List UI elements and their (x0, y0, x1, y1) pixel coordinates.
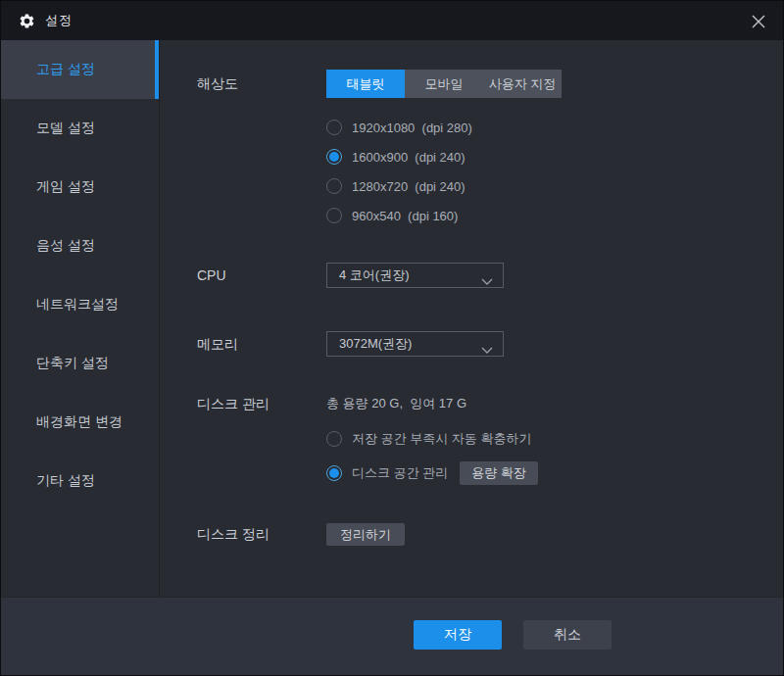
footer-bar: 저장 취소 (1, 597, 783, 676)
radio-auto-expand-storage[interactable]: 저장 공간 부족시 자동 확충하기 (326, 429, 531, 449)
tab-mobile[interactable]: 모바일 (405, 70, 483, 98)
cpu-select[interactable]: 4 코어(권장) (326, 263, 504, 288)
radio-label: 960x540 (dpi 160) (352, 209, 458, 223)
sidebar-item-other-settings[interactable]: 기타 설정 (1, 452, 159, 510)
disk-management-label: 디스크 관리 (197, 395, 270, 412)
expand-capacity-button[interactable]: 용량 확장 (460, 461, 538, 485)
save-button[interactable]: 저장 (414, 620, 502, 650)
sidebar-item-voice-settings[interactable]: 음성 설정 (1, 217, 159, 275)
radio-icon (326, 431, 342, 447)
resolution-label: 해상도 (197, 70, 238, 98)
sidebar: 고급 설정 모델 설정 게임 설정 음성 설정 네트워크설정 단축키 설정 배경… (1, 40, 160, 597)
resolution-options: 1920x1080 (dpi 280) 1600x900 (dpi 240) 1… (326, 113, 472, 230)
chevron-down-icon (481, 272, 493, 290)
radio-label: 1600x900 (dpi 240) (352, 150, 466, 165)
gear-icon (19, 13, 35, 29)
radio-label: 1280x720 (dpi 240) (352, 179, 466, 194)
radio-icon (326, 178, 342, 194)
tab-custom[interactable]: 사용자 지정 (483, 70, 562, 98)
sidebar-item-wallpaper-settings[interactable]: 배경화면 변경 (1, 393, 159, 452)
advanced-settings-panel: 해상도 태블릿 모바일 사용자 지정 1920x1080 (dpi 280) 1… (160, 40, 783, 597)
sidebar-item-network-settings[interactable]: 네트워크설정 (1, 275, 159, 334)
sidebar-item-model-settings[interactable]: 모델 설정 (1, 99, 159, 158)
sidebar-item-game-settings[interactable]: 게임 설정 (1, 158, 159, 217)
radio-960x540[interactable]: 960x540 (dpi 160) (326, 201, 472, 230)
memory-label: 메모리 (197, 331, 238, 357)
disk-cleanup-label: 디스크 정리 (197, 523, 270, 546)
radio-1920x1080[interactable]: 1920x1080 (dpi 280) (326, 113, 472, 142)
cleanup-button[interactable]: 정리하기 (326, 523, 405, 546)
radio-disk-space-management[interactable]: 디스크 공간 관리 용량 확장 (326, 461, 538, 485)
radio-icon (326, 208, 342, 223)
chevron-down-icon (481, 341, 493, 359)
radio-1600x900[interactable]: 1600x900 (dpi 240) (326, 142, 472, 171)
window-title: 설정 (45, 12, 73, 29)
cpu-select-value: 4 코어(권장) (327, 264, 503, 287)
radio-selected-icon (326, 149, 342, 165)
radio-label: 1920x1080 (dpi 280) (352, 121, 472, 135)
radio-label: 디스크 공간 관리 (352, 464, 448, 482)
tab-tablet[interactable]: 태블릿 (326, 70, 405, 98)
radio-label: 저장 공간 부족시 자동 확충하기 (352, 430, 531, 448)
radio-1280x720[interactable]: 1280x720 (dpi 240) (326, 171, 472, 201)
radio-selected-icon (326, 465, 342, 481)
sidebar-item-shortcut-settings[interactable]: 단축키 설정 (1, 334, 159, 393)
resolution-tab-group: 태블릿 모바일 사용자 지정 (326, 70, 562, 98)
memory-select-value: 3072M(권장) (327, 332, 503, 356)
settings-window: 설정 고급 설정 모델 설정 게임 설정 음성 설정 네트워크설정 단축키 설정… (0, 0, 784, 676)
memory-select[interactable]: 3072M(권장) (326, 331, 504, 357)
titlebar: 설정 (1, 1, 783, 40)
disk-capacity-info: 총 용량 20 G, 잉여 17 G (326, 395, 466, 412)
sidebar-item-advanced-settings[interactable]: 고급 설정 (1, 40, 159, 99)
close-icon[interactable] (746, 9, 771, 34)
radio-icon (326, 120, 342, 135)
cpu-label: CPU (197, 263, 226, 288)
cancel-button[interactable]: 취소 (523, 620, 612, 650)
